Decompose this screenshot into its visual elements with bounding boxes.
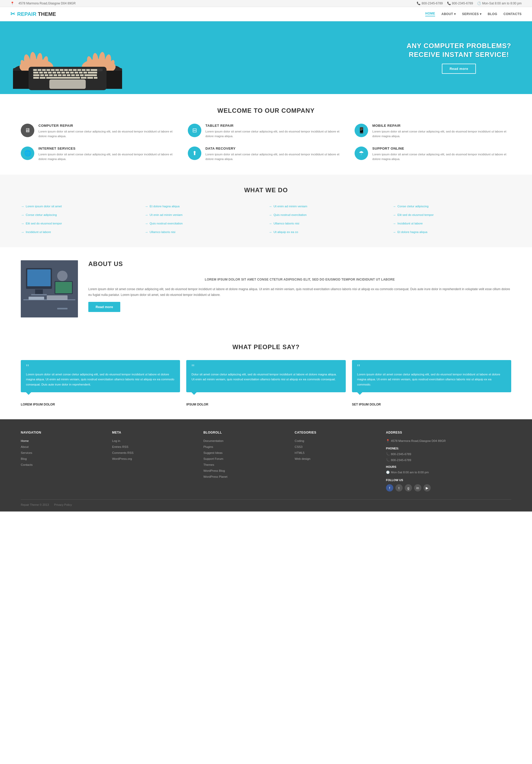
testimonial-names: LOREM IPSUM DOLOR IPSUM DOLOR SET IPSUM …: [21, 397, 511, 406]
services-grid: 🖥 COMPUTER REPAIR Lorem ipsum dolor sit …: [21, 124, 511, 162]
phone-icon-2: 📞: [386, 457, 390, 463]
mobile-repair-desc: Lorem ipsum dolor sit amet conse ctetur …: [372, 129, 511, 139]
hero-title: ANY COMPUTER PROBLEMS? RECEIVE INSTANT S…: [407, 42, 511, 59]
footer-privacy[interactable]: Privacy Policy: [54, 503, 72, 506]
footer-blogroll-themes[interactable]: Themes: [203, 462, 287, 468]
footer-blogroll-support[interactable]: Support Forum: [203, 456, 287, 462]
svg-rect-50: [49, 74, 53, 76]
twitter-icon[interactable]: t: [395, 484, 403, 491]
address-icon: 📍: [10, 2, 14, 5]
svg-rect-35: [39, 72, 43, 74]
footer-nav-about[interactable]: About: [21, 444, 104, 450]
footer-blogroll-suggest[interactable]: Suggest Ideas: [203, 450, 287, 456]
feature-4: →Conse ctetur adipiscing: [393, 203, 511, 210]
computer-repair-desc: Lorem ipsum dolor sit amet conse ctetur …: [39, 129, 177, 139]
svg-rect-65: [49, 80, 86, 89]
footer-phones-label: PHONES:: [386, 446, 511, 451]
footer-bottom: Repair Theme © 2013 Privacy Policy: [21, 499, 511, 506]
service-mobile-repair: 📱 MOBILE REPAIR Lorem ipsum dolor sit am…: [355, 124, 511, 139]
about-image: [21, 260, 78, 317]
svg-rect-49: [45, 74, 48, 76]
nav-about[interactable]: ABOUT ▾: [442, 12, 456, 16]
nav-blog[interactable]: BLOG: [488, 12, 497, 16]
footer-cat-html5[interactable]: HTML5: [294, 450, 378, 456]
about-read-more-button[interactable]: Read more: [88, 302, 120, 312]
footer-phone2: 📞800-2345-6789: [386, 457, 511, 463]
testimonials-title: WHAT PEOPLE SAY?: [21, 343, 511, 351]
footer-nav-contacts[interactable]: Contacts: [21, 462, 104, 468]
svg-point-76: [57, 271, 68, 281]
footer-navigation: NAVIGATION Home About Services Blog Cont…: [21, 431, 104, 491]
features-grid: →Lorem ipsum dolor sit amet →Et dolore h…: [21, 203, 511, 235]
footer-categories-title: CATEGORIES: [294, 431, 378, 434]
feature-12: →Incididunt ut labore: [393, 220, 511, 227]
hero-section: ANY COMPUTER PROBLEMS? RECEIVE INSTANT S…: [0, 21, 532, 94]
footer-grid: NAVIGATION Home About Services Blog Cont…: [21, 431, 511, 491]
footer-blogroll-plugins[interactable]: Plugins: [203, 444, 287, 450]
footer-copyright: Repair Theme © 2013: [21, 503, 49, 506]
svg-rect-45: [84, 72, 87, 74]
footer-nav-blog[interactable]: Blog: [21, 456, 104, 462]
google-plus-icon[interactable]: g: [405, 484, 412, 491]
svg-rect-56: [76, 74, 79, 76]
footer-nav-services[interactable]: Services: [21, 450, 104, 456]
footer-meta-login[interactable]: Log in: [112, 438, 195, 444]
feature-11: →Ullamco laboris nisi: [268, 220, 387, 227]
nav-home[interactable]: HOME: [425, 12, 435, 16]
welcome-title: WELCOME TO OUR COMPANY: [21, 107, 511, 114]
linkedin-icon[interactable]: in: [414, 484, 421, 491]
footer-phone1: 📞800-2345-6789: [386, 451, 511, 457]
hours-text: Mon-Sat 8:00 am to 8:00 pm: [482, 2, 522, 5]
header: ✂ REPAIR THEME HOME ABOUT ▾ SERVICES ▾ B…: [0, 7, 532, 21]
svg-rect-69: [35, 289, 43, 294]
facebook-icon[interactable]: f: [386, 484, 393, 491]
testimonial-2-quote: Dolur sit amet conse ctetur adipiscing e…: [191, 372, 340, 382]
service-data-recovery: ⬆ DATA RECOVERY Lorem ipsum dolor sit am…: [188, 146, 344, 162]
feature-16: →Et dolore hagna aliqua: [393, 229, 511, 235]
internet-icon: 🌐: [21, 146, 34, 160]
footer-meta-entries[interactable]: Entries RSS: [112, 444, 195, 450]
youtube-icon[interactable]: ▶: [424, 484, 431, 491]
footer-blogroll-wpblog[interactable]: WordPress Blog: [203, 468, 287, 474]
logo[interactable]: ✂ REPAIR THEME: [10, 11, 56, 17]
svg-rect-55: [71, 74, 75, 76]
hours-item: 🕐 Mon-Sat 8:00 am to 8:00 pm: [477, 2, 522, 5]
nav-services[interactable]: SERVICES ▾: [462, 12, 482, 16]
footer-phones: PHONES: 📞800-2345-6789 📞800-2345-6789: [386, 446, 511, 463]
footer-follow-label: FOLLOW US: [386, 478, 511, 481]
internet-title: INTERNET SERVICES: [39, 146, 177, 150]
address-text: 4578 Marmora Road,Glasgow D04 89GR: [18, 2, 76, 5]
svg-rect-29: [73, 69, 77, 71]
footer-cat-coding[interactable]: Coding: [294, 438, 378, 444]
feature-5: →Conse ctetur adipiscing: [21, 212, 139, 218]
svg-rect-48: [40, 74, 44, 76]
top-bar-right: 📞 800-2345-6789 📞 800-2345-6789 🕐 Mon-Sa…: [417, 2, 522, 5]
logo-text: REPAIR THEME: [17, 11, 56, 17]
mobile-repair-title: MOBILE REPAIR: [372, 124, 511, 127]
svg-rect-21: [38, 69, 41, 71]
footer-address-col: ADDRESS 📍 4578 Marmora Road,Glasgow D04 …: [386, 431, 511, 491]
feature-2: →Et dolore hagna aliqua: [145, 203, 264, 210]
svg-rect-20: [33, 69, 37, 71]
computer-repair-icon: 🖥: [21, 124, 34, 137]
svg-rect-33: [90, 69, 97, 71]
svg-rect-53: [62, 74, 66, 76]
nav-contacts[interactable]: CONTACTS: [503, 12, 522, 16]
testimonial-1-quote: Lorem ipsum dolor sit amet conse ctetur …: [26, 372, 175, 387]
quote-mark-1: ": [26, 365, 175, 369]
footer-meta-wordpress[interactable]: WordPress.org: [112, 456, 195, 462]
welcome-section: WELCOME TO OUR COMPANY 🖥 COMPUTER REPAIR…: [0, 94, 532, 175]
testimonial-3-name: SET IPSUM DOLOR: [352, 403, 511, 406]
svg-rect-46: [88, 72, 97, 74]
hero-read-more-button[interactable]: Read more: [442, 64, 476, 74]
feature-13: →Incididunt ut labore: [21, 229, 139, 235]
svg-rect-30: [78, 69, 81, 71]
footer-blogroll-wpplanet[interactable]: WordPress Planet: [203, 474, 287, 480]
footer-meta-comments[interactable]: Comments RSS: [112, 450, 195, 456]
footer-blogroll: BLOGROLL Documentation Plugins Suggest I…: [203, 431, 287, 491]
footer-cat-webdesign[interactable]: Web design: [294, 456, 378, 462]
phone2-item: 📞 800-2345-6789: [447, 2, 473, 5]
footer-blogroll-docs[interactable]: Documentation: [203, 438, 287, 444]
footer-cat-css3[interactable]: CSS3: [294, 444, 378, 450]
footer-nav-home[interactable]: Home: [21, 438, 104, 444]
